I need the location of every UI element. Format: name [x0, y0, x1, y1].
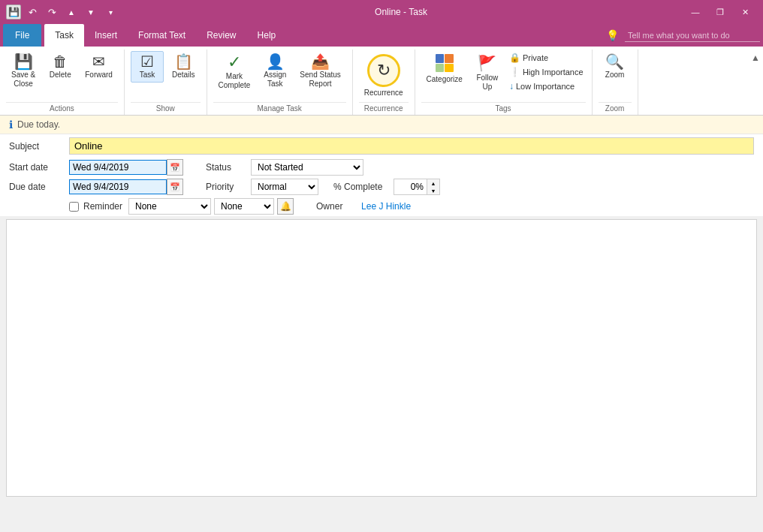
priority-label: Priority — [206, 182, 251, 192]
search-input[interactable] — [625, 29, 760, 42]
pct-label: % Complete — [333, 182, 394, 192]
private-button[interactable]: 🔒 Private — [507, 51, 586, 65]
info-message: Due today. — [17, 119, 60, 130]
redo-button[interactable]: ↷ — [44, 4, 60, 20]
save-close-icon: 💾 — [14, 54, 33, 69]
mark-complete-icon: ✓ — [228, 54, 241, 71]
reminder-bell-button[interactable]: 🔔 — [277, 198, 294, 215]
follow-up-button[interactable]: 🚩 FollowUp — [471, 51, 504, 95]
window-title: Online - Task — [119, 7, 683, 17]
tags-buttons: Categorize 🚩 FollowUp 🔒 Private ❕ High I… — [421, 51, 586, 101]
start-date-input[interactable] — [69, 160, 167, 175]
notes-input[interactable] — [7, 220, 756, 490]
ribbon: File Task Insert Format Text Review Help… — [0, 24, 763, 116]
zoom-label: Zoom — [605, 71, 625, 80]
high-importance-icon: ❕ — [509, 67, 520, 77]
assign-task-button[interactable]: 👤 AssignTask — [258, 51, 291, 92]
down-button[interactable]: ▼ — [83, 4, 99, 20]
reminder-date-select[interactable]: None — [128, 198, 211, 215]
zoom-button[interactable]: 🔍 Zoom — [599, 51, 632, 83]
date-status-row: Start date 📅 Status Not Started In Progr… — [0, 158, 763, 177]
undo-button[interactable]: ↶ — [24, 4, 41, 20]
categorize-icon — [436, 54, 454, 72]
tab-review[interactable]: Review — [196, 24, 246, 47]
group-manage-task: ✓ MarkComplete 👤 AssignTask 📤 Send Statu… — [207, 50, 353, 115]
tab-file[interactable]: File — [3, 24, 41, 47]
pct-increment-button[interactable]: ▲ — [427, 179, 439, 187]
mark-complete-button[interactable]: ✓ MarkComplete — [213, 51, 256, 93]
show-label: Show — [131, 102, 201, 115]
tab-task[interactable]: Task — [44, 24, 84, 47]
recurrence-button[interactable]: ↻ Recurrence — [359, 51, 409, 101]
pct-decrement-button[interactable]: ▼ — [427, 187, 439, 194]
categorize-button[interactable]: Categorize — [421, 51, 468, 87]
priority-select[interactable]: Normal Low High — [251, 179, 318, 195]
subject-row: Subject — [0, 134, 763, 158]
group-show: ☑ Task 📋 Details Show — [125, 50, 207, 115]
due-date-input[interactable] — [69, 179, 167, 194]
send-status-button[interactable]: 📤 Send StatusReport — [294, 51, 345, 92]
manage-buttons: ✓ MarkComplete 👤 AssignTask 📤 Send Statu… — [213, 51, 346, 101]
task-button[interactable]: ☑ Task — [131, 51, 164, 83]
status-select[interactable]: Not Started In Progress Completed Waitin… — [251, 159, 363, 176]
save-icon[interactable]: 💾 — [6, 5, 21, 20]
details-button[interactable]: 📋 Details — [167, 51, 201, 83]
due-date-label: Due date — [9, 182, 69, 192]
recurrence-label-group: Recurrence — [359, 102, 409, 115]
start-date-calendar-button[interactable]: 📅 — [167, 159, 183, 176]
lightbulb-icon[interactable]: 💡 — [600, 29, 625, 41]
save-close-button[interactable]: 💾 Save &Close — [6, 51, 41, 92]
zoom-icon: 🔍 — [605, 54, 624, 69]
forward-button[interactable]: ✉ Forward — [80, 51, 118, 83]
search-bar[interactable] — [625, 29, 760, 42]
reminder-time-select[interactable]: None — [214, 198, 274, 215]
subject-label: Subject — [9, 141, 69, 152]
info-bar: ℹ Due today. — [0, 116, 763, 134]
details-icon: 📋 — [174, 54, 193, 69]
high-importance-button[interactable]: ❕ High Importance — [507, 65, 586, 79]
show-buttons: ☑ Task 📋 Details — [131, 51, 201, 101]
due-date-calendar-button[interactable]: 📅 — [167, 179, 183, 195]
up-button[interactable]: ▲ — [63, 4, 80, 20]
due-priority-row: Due date 📅 Priority Normal Low High % Co… — [0, 177, 763, 197]
close-button[interactable]: ✕ — [733, 0, 757, 24]
ribbon-buttons: 💾 Save &Close 🗑 Delete ✉ Forward Actions… — [0, 47, 763, 115]
group-zoom: 🔍 Zoom Zoom — [593, 50, 638, 115]
pct-complete-control: ▲ ▼ — [394, 179, 440, 195]
delete-button[interactable]: 🗑 Delete — [44, 51, 77, 83]
notes-area[interactable] — [6, 219, 757, 497]
delete-label: Delete — [50, 71, 71, 80]
restore-button[interactable]: ❐ — [708, 0, 732, 24]
follow-up-icon: 🚩 — [478, 54, 496, 72]
group-tags: Categorize 🚩 FollowUp 🔒 Private ❕ High I… — [415, 50, 593, 115]
low-importance-button[interactable]: ↓ Low Importance — [507, 80, 586, 93]
high-importance-label: High Importance — [523, 68, 584, 77]
pct-complete-input[interactable] — [394, 179, 427, 195]
tab-format-text[interactable]: Format Text — [128, 24, 196, 47]
follow-up-label: FollowUp — [476, 74, 498, 92]
window-controls: — ❐ ✕ — [683, 0, 757, 24]
recurrence-label: Recurrence — [364, 89, 403, 98]
delete-icon: 🗑 — [53, 54, 68, 69]
zoom-label-group: Zoom — [599, 102, 632, 115]
mark-complete-label: MarkComplete — [219, 72, 251, 90]
minimize-button[interactable]: — — [683, 0, 707, 24]
reminder-checkbox[interactable] — [69, 202, 79, 212]
private-icon: 🔒 — [509, 53, 520, 63]
owner-value: Lee J Hinkle — [361, 201, 411, 212]
tab-insert[interactable]: Insert — [84, 24, 128, 47]
tags-small-stack: 🔒 Private ❕ High Importance ↓ Low Import… — [507, 51, 586, 93]
actions-label: Actions — [6, 102, 118, 115]
subject-input[interactable] — [69, 137, 754, 155]
save-close-label: Save &Close — [11, 71, 35, 89]
ribbon-collapse[interactable]: ▲ — [748, 50, 763, 115]
reminder-label: Reminder — [83, 201, 122, 212]
more-button[interactable]: ▾ — [102, 4, 119, 20]
owner-label: Owner — [316, 201, 361, 212]
recurrence-icon: ↻ — [367, 54, 400, 87]
start-date-label: Start date — [9, 162, 69, 173]
task-label: Task — [140, 71, 155, 80]
tab-help[interactable]: Help — [247, 24, 287, 47]
group-actions: 💾 Save &Close 🗑 Delete ✉ Forward Actions — [0, 50, 125, 115]
reminder-row: Reminder None None 🔔 Owner Lee J Hinkle — [0, 197, 763, 216]
